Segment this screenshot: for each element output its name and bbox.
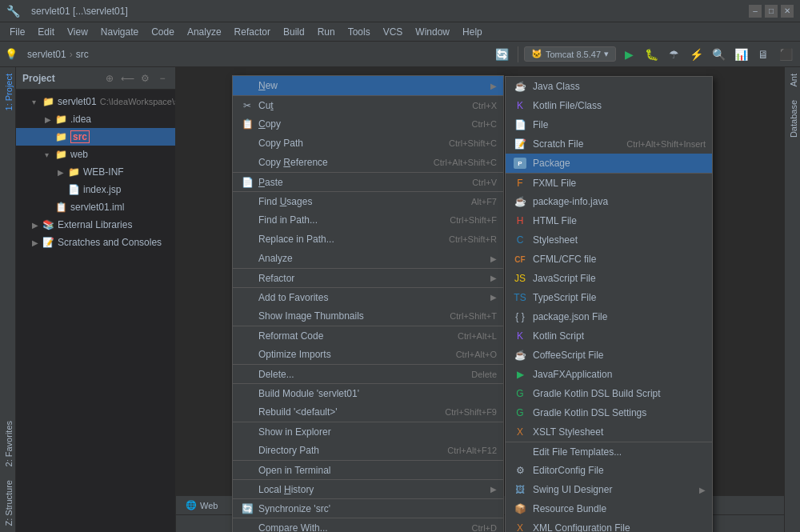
minimize-button[interactable]: – <box>749 5 762 18</box>
sub-item-package[interactable]: P Package <box>506 154 712 173</box>
toolbar-btn3[interactable]: 📊 <box>731 45 750 64</box>
ctx-item-paste[interactable]: 📄 Paste Ctrl+V <box>233 172 503 191</box>
tree-item-idea[interactable]: ▶ 📁 .idea <box>16 110 175 128</box>
ctx-delete-label: Delete... <box>258 369 458 380</box>
ctx-item-reformat[interactable]: Reformat Code Ctrl+Alt+L <box>233 326 503 345</box>
ctx-item-find-usages[interactable]: Find Usages Alt+F7 <box>233 191 503 210</box>
jsp-file-icon: 📄 <box>67 183 80 196</box>
sub-item-javafx[interactable]: ▶ JavaFXApplication <box>506 365 712 384</box>
sub-item-ts[interactable]: TS TypeScript File <box>506 288 712 307</box>
ctx-item-thumbnails[interactable]: Show Image Thumbnails Ctrl+Shift+T <box>233 306 503 326</box>
ctx-item-analyze[interactable]: Analyze ▶ <box>233 249 503 268</box>
sub-item-kotlin-script[interactable]: K Kotlin Script <box>506 326 712 346</box>
toolbar-btn1[interactable]: ⚡ <box>686 45 706 64</box>
ctx-item-copy[interactable]: 📋 Copy Ctrl+C <box>233 114 503 134</box>
sidebar-tab-database[interactable]: Database <box>785 94 800 144</box>
ctx-item-optimize[interactable]: Optimize Imports Ctrl+Alt+O <box>233 345 503 364</box>
menu-edit[interactable]: Edit <box>31 23 61 41</box>
ctx-item-copy-path[interactable]: Copy Path Ctrl+Shift+C <box>233 134 503 153</box>
sub-item-editorconfig[interactable]: ⚙ EditorConfig File <box>506 461 712 480</box>
sub-item-html[interactable]: H HTML File <box>506 211 712 230</box>
menu-window[interactable]: Window <box>409 23 456 41</box>
menu-build[interactable]: Build <box>277 23 311 41</box>
menu-view[interactable]: View <box>61 23 94 41</box>
toolbar-btn5[interactable]: ⬛ <box>776 45 795 64</box>
tree-item-index-jsp[interactable]: 📄 index.jsp <box>16 181 175 198</box>
sub-item-cfml[interactable]: CF CFML/CFC file <box>506 250 712 269</box>
sub-item-java-class[interactable]: ☕ Java Class <box>506 77 712 96</box>
sub-item-coffeescript[interactable]: ☕ CoffeeScript File <box>506 346 712 365</box>
breadcrumb-project[interactable]: servlet01 <box>27 49 66 60</box>
sub-item-gradle-build[interactable]: G Gradle Kotlin DSL Build Script <box>506 384 712 403</box>
ctx-item-compare[interactable]: Compare With... Ctrl+D <box>233 518 503 532</box>
debug-button[interactable]: 🐛 <box>642 45 661 64</box>
tree-item-webinf[interactable]: ▶ 📁 WEB-INF <box>16 163 175 181</box>
tree-item-iml[interactable]: 📋 servlet01.iml <box>16 198 175 216</box>
bottom-tab-web[interactable]: 🌐 Web <box>179 498 224 514</box>
sidebar-tab-ant[interactable]: Ant <box>785 67 800 94</box>
run-config-selector[interactable]: 🐱 Tomcat 8.5.47 ▾ <box>524 46 616 62</box>
tree-item-web[interactable]: ▾ 📁 web <box>16 146 175 163</box>
sub-item-gradle-settings[interactable]: G Gradle Kotlin DSL Settings <box>506 403 712 422</box>
sub-item-js[interactable]: JS JavaScript File <box>506 269 712 288</box>
breadcrumb-src[interactable]: src <box>76 49 89 60</box>
ctx-item-add-favorites[interactable]: Add to Favorites ▶ <box>233 287 503 306</box>
menu-help[interactable]: Help <box>456 23 489 41</box>
ctx-item-rebuild[interactable]: Rebuild '<default>' Ctrl+Shift+F9 <box>233 402 503 422</box>
panel-collapse-btn[interactable]: ⟵ <box>121 72 134 85</box>
menu-refactor[interactable]: Refactor <box>228 23 277 41</box>
ctx-item-replace-in-path[interactable]: Replace in Path... Ctrl+Shift+R <box>233 230 503 249</box>
sidebar-tab-project[interactable]: 1: Project <box>0 67 15 117</box>
ctx-item-cut[interactable]: ✂ Cut Ctrl+X <box>233 95 503 114</box>
ctx-item-refactor[interactable]: Refactor ▶ <box>233 268 503 287</box>
sidebar-tab-favorites[interactable]: 2: Favorites <box>0 414 15 473</box>
sub-item-resource[interactable]: 📦 Resource Bundle <box>506 499 712 518</box>
menu-run[interactable]: Run <box>311 23 342 41</box>
tree-item-root[interactable]: ▾ 📁 servlet01 C:\IdeaWorkspace\servlet01 <box>16 93 175 110</box>
ctx-item-find-in-path[interactable]: Find in Path... Ctrl+Shift+F <box>233 210 503 230</box>
panel-close-btn[interactable]: − <box>156 72 169 85</box>
run-button[interactable]: ▶ <box>619 45 638 64</box>
ctx-item-copy-ref[interactable]: Copy Reference Ctrl+Alt+Shift+C <box>233 153 503 172</box>
sub-item-file[interactable]: 📄 File <box>506 115 712 134</box>
coverage-button[interactable]: ☂ <box>664 45 683 64</box>
coffee-icon: ☕ <box>512 349 528 362</box>
ctx-item-terminal[interactable]: Open in Terminal <box>233 460 503 479</box>
sub-item-fxml[interactable]: F FXML File <box>506 173 712 192</box>
menu-tools[interactable]: Tools <box>342 23 377 41</box>
sidebar-tab-structure[interactable]: Z: Structure <box>0 474 15 532</box>
toolbar-btn4[interactable]: 🖥 <box>754 45 773 64</box>
ctx-item-sync[interactable]: 🔄 Synchronize 'src' <box>233 498 503 518</box>
sub-item-package-info[interactable]: ☕ package-info.java <box>506 192 712 211</box>
tree-item-scratches[interactable]: ▶ 📝 Scratches and Consoles <box>16 234 175 251</box>
menu-code[interactable]: Code <box>145 23 181 41</box>
sub-item-scratch-file[interactable]: 📝 Scratch File Ctrl+Alt+Shift+Insert <box>506 134 712 154</box>
maximize-button[interactable]: □ <box>765 5 778 18</box>
toolbar-btn2[interactable]: 🔍 <box>709 45 728 64</box>
ctx-item-show-explorer[interactable]: Show in Explorer <box>233 422 503 441</box>
sub-item-stylesheet[interactable]: C Stylesheet <box>506 230 712 250</box>
app-icon: 🔧 <box>6 5 20 18</box>
tree-item-src[interactable]: 📁 src <box>16 128 175 146</box>
sub-item-swing[interactable]: 🖼 Swing UI Designer ▶ <box>506 480 712 499</box>
sub-item-kotlin-file[interactable]: K Kotlin File/Class <box>506 96 712 115</box>
ctx-item-new[interactable]: New ▶ <box>233 76 503 95</box>
sub-item-xslt[interactable]: X XSLT Stylesheet <box>506 422 712 442</box>
ctx-item-dir-path[interactable]: Directory Path Ctrl+Alt+F12 <box>233 441 503 460</box>
ctx-item-local-history[interactable]: Local History ▶ <box>233 479 503 498</box>
sub-item-edit-templates[interactable]: Edit File Templates... <box>506 442 712 461</box>
sub-item-xml-config[interactable]: X XML Configuration File <box>506 518 712 532</box>
toolbar-sync-btn[interactable]: 🔄 <box>493 45 512 64</box>
menu-vcs[interactable]: VCS <box>377 23 410 41</box>
panel-settings-btn[interactable]: ⚙ <box>138 72 151 85</box>
ctx-item-delete[interactable]: Delete... Delete <box>233 364 503 383</box>
menu-analyze[interactable]: Analyze <box>181 23 228 41</box>
menu-file[interactable]: File <box>3 23 31 41</box>
copy-icon: 📋 <box>239 118 255 130</box>
tree-item-external-libs[interactable]: ▶ 📚 External Libraries <box>16 216 175 234</box>
panel-localize-btn[interactable]: ⊕ <box>103 72 116 85</box>
close-button[interactable]: ✕ <box>781 5 794 18</box>
sub-item-package-json[interactable]: { } package.json File <box>506 307 712 326</box>
menu-navigate[interactable]: Navigate <box>94 23 145 41</box>
ctx-item-build-module[interactable]: Build Module 'servlet01' <box>233 383 503 402</box>
